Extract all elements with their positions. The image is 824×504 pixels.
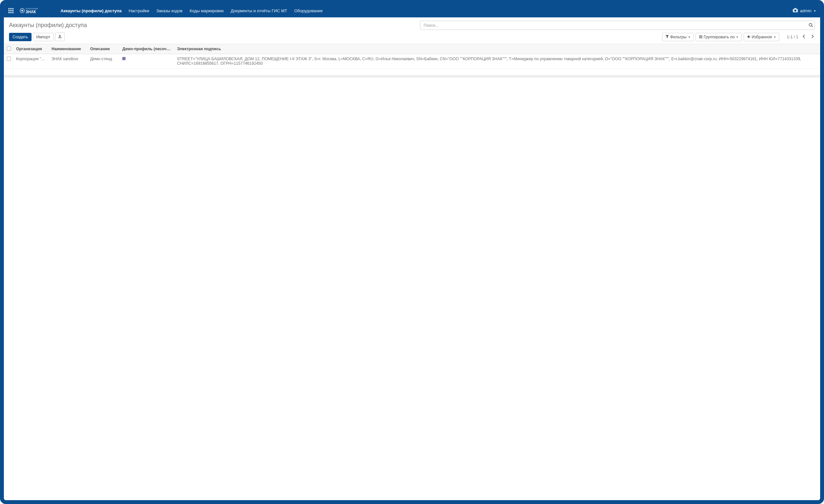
brand-name: ЗНАК: [26, 10, 36, 14]
star-icon: [747, 35, 750, 39]
svg-rect-15: [58, 37, 62, 38]
data-table: Организация Наименование Описание Демо-п…: [4, 44, 820, 69]
brand-logo[interactable]: КОРПОРАЦИЯ ЗНАК: [19, 7, 48, 14]
table-row[interactable]: Корпорация "Зн... ЗНАК sandbox Демо-стен…: [4, 54, 820, 69]
nav-item-gismt-docs[interactable]: Документы и отчёты ГИС МТ: [227, 5, 290, 16]
svg-rect-2: [12, 8, 13, 9]
col-header-org[interactable]: Организация: [13, 44, 49, 54]
groupby-button[interactable]: Группировать по ▾: [696, 33, 742, 41]
svg-rect-11: [794, 8, 796, 9]
top-navbar: КОРПОРАЦИЯ ЗНАК Аккаунты (профили) досту…: [4, 4, 820, 17]
col-header-demo[interactable]: Демо-профиль (песочница...: [120, 44, 175, 54]
svg-rect-6: [8, 12, 10, 13]
pager-range: 1-1 / 1: [787, 35, 798, 39]
svg-rect-16: [699, 35, 702, 36]
download-button[interactable]: [55, 32, 65, 41]
nav-item-code-orders[interactable]: Заказы кодов: [153, 5, 186, 16]
filters-button[interactable]: Фильтры ▾: [662, 33, 694, 41]
favorites-label: Избранное: [751, 35, 772, 39]
svg-point-12: [794, 9, 796, 11]
chevron-down-icon: ▾: [814, 9, 816, 13]
groupby-label: Группировать по: [704, 35, 734, 39]
apps-icon[interactable]: [8, 8, 13, 13]
cell-org: Корпорация "Зн...: [13, 54, 49, 69]
cell-demo: [120, 54, 175, 69]
col-header-name[interactable]: Наименование: [49, 44, 88, 54]
import-button[interactable]: Импорт: [33, 33, 54, 41]
svg-rect-3: [8, 10, 10, 11]
breadcrumb: Аккаунты (профили) доступа: [9, 22, 87, 29]
svg-rect-5: [12, 10, 13, 11]
svg-rect-7: [10, 12, 12, 13]
create-button[interactable]: Создать: [9, 33, 31, 41]
search-icon[interactable]: [809, 22, 813, 28]
svg-rect-18: [699, 38, 702, 38]
svg-rect-0: [8, 8, 10, 9]
download-icon: [58, 34, 62, 39]
col-header-desc[interactable]: Описание: [88, 44, 120, 54]
nav-item-settings[interactable]: Настройки: [125, 5, 152, 16]
nav-item-accounts[interactable]: Аккаунты (профили) доступа: [57, 5, 125, 16]
row-checkbox[interactable]: [7, 57, 11, 61]
funnel-icon: [665, 35, 669, 39]
col-header-sig[interactable]: Электронная подпись: [175, 44, 820, 54]
svg-rect-1: [10, 8, 12, 9]
nav-menu: Аккаунты (профили) доступа Настройки Зак…: [57, 5, 793, 16]
svg-line-14: [812, 26, 813, 27]
chevron-down-icon: ▾: [736, 35, 738, 38]
svg-rect-17: [699, 36, 702, 37]
select-all-checkbox[interactable]: [7, 46, 11, 51]
filters-label: Фильтры: [670, 35, 687, 39]
favorites-button[interactable]: Избранное ▾: [743, 33, 779, 41]
cell-desc: Демо-стенд: [88, 54, 120, 69]
demo-indicator-icon: [122, 57, 125, 60]
pager-next[interactable]: [810, 34, 815, 40]
control-panel: Аккаунты (профили) доступа Создать Импор…: [4, 17, 820, 44]
svg-point-13: [809, 23, 812, 26]
nav-item-marking-codes[interactable]: Коды маркировки: [186, 5, 227, 16]
list-view: Организация Наименование Описание Демо-п…: [4, 44, 820, 78]
svg-rect-4: [10, 10, 12, 11]
user-menu[interactable]: admin ▾: [793, 8, 816, 13]
cell-name: ЗНАК sandbox: [49, 54, 88, 69]
chevron-down-icon: ▾: [774, 35, 776, 38]
svg-rect-8: [12, 12, 13, 13]
table-header-row: Организация Наименование Описание Демо-п…: [4, 44, 820, 54]
cell-signature: STREET="УЛИЦА БАШИЛОВСКАЯ, ДОМ 12, ПОМЕЩ…: [175, 54, 820, 69]
nav-item-equipment[interactable]: Оборудование: [291, 5, 326, 16]
camera-icon: [793, 8, 798, 13]
user-name: admin: [800, 8, 811, 13]
pager-prev[interactable]: [802, 34, 807, 40]
chevron-down-icon: ▾: [689, 35, 690, 38]
list-icon: [699, 35, 702, 39]
search-input[interactable]: [420, 21, 815, 30]
